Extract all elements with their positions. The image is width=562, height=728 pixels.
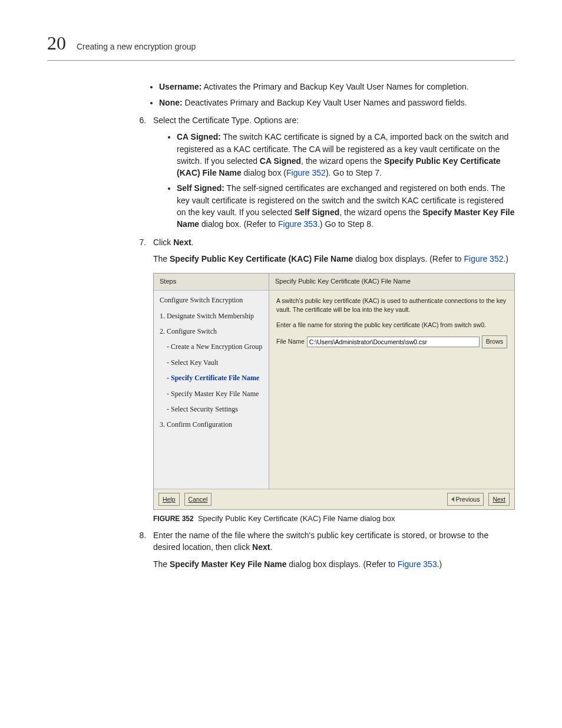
substep-item: - Create a New Encryption Group [160, 342, 263, 352]
step7-body: The Specify Public Key Certificate (KAC)… [153, 253, 515, 265]
bullet-label: None: [159, 98, 183, 107]
figure-link[interactable]: Figure 353 [278, 219, 318, 229]
figure-link[interactable]: Figure 352 [464, 254, 504, 263]
chapter-title: Creating a new encryption group [77, 41, 196, 52]
file-name-row: File Name Brows [276, 335, 507, 348]
figure-352: Steps Configure Switch Encryption 1. Des… [153, 273, 515, 525]
step-8: Enter the name of the file where the swi… [148, 529, 515, 570]
figure-link[interactable]: Figure 352 [286, 168, 326, 177]
browse-button[interactable]: Brows [482, 335, 507, 348]
step6-bullets: CA Signed: The switch KAC certificate is… [153, 131, 515, 230]
page-header: 20 Creating a new encryption group [47, 29, 515, 61]
wizard-dialog: Steps Configure Switch Encryption 1. Des… [153, 273, 515, 510]
next-button[interactable]: Next [488, 493, 510, 506]
page-content: Username: Activates the Primary and Back… [135, 81, 515, 570]
substep-item-current: - Specify Certificate File Name [160, 373, 263, 383]
steps-header: Steps [154, 274, 269, 291]
step-intro: Select the Certificate Type. Options are… [153, 116, 299, 125]
panel-header: Specify Public Key Certificate (KAC) Fil… [269, 274, 514, 291]
arrow-left-icon [451, 497, 454, 502]
previous-button[interactable]: Previous [447, 493, 484, 506]
dialog-footer: Help Cancel Previous Next [154, 489, 514, 509]
chapter-number: 20 [47, 29, 66, 57]
figure-label: FIGURE 352 [153, 515, 194, 523]
steps-list: Configure Switch Encryption 1. Designate… [154, 291, 269, 489]
bullet-label: Self Signed: [177, 183, 224, 193]
list-item: Self Signed: The self-signed certificate… [177, 182, 515, 230]
figure-caption: FIGURE 352 Specify Public Key Certificat… [153, 513, 515, 525]
substep-item: - Select Security Settings [160, 404, 263, 414]
step-6: Select the Certificate Type. Options are… [148, 114, 515, 230]
file-name-label: File Name [276, 337, 305, 346]
list-item: CA Signed: The switch KAC certificate is… [177, 131, 515, 179]
bullet-label: Username: [159, 82, 201, 91]
panel-desc: A switch's public key certificate (KAC) … [276, 297, 507, 314]
substep-item: - Select Key Vault [160, 358, 263, 368]
step8-body: The Specify Master Key File Name dialog … [153, 558, 515, 570]
substep-item: - Specify Master Key File Name [160, 389, 263, 399]
figure-link[interactable]: Figure 353 [398, 559, 437, 569]
panel-instruction: Enter a file name for storing the public… [276, 321, 507, 330]
list-item: None: Deactivates Primary and Backup Key… [159, 97, 515, 108]
step-7: Click Next. The Specify Public Key Certi… [148, 236, 515, 525]
step-item: 1. Designate Switch Membership [160, 311, 263, 321]
steps-title: Configure Switch Encryption [160, 295, 263, 305]
bullet-text: Activates the Primary and Backup Key Vau… [201, 82, 468, 91]
list-item: Username: Activates the Primary and Back… [159, 81, 515, 93]
bullet-text: Deactivates Primary and Backup Key Vault… [183, 98, 467, 107]
step-item: 3. Confirm Configuration [160, 420, 263, 430]
bullet-label: CA Signed: [177, 132, 221, 141]
figure-text: Specify Public Key Certificate (KAC) Fil… [198, 514, 395, 523]
intro-bullet-list: Username: Activates the Primary and Back… [135, 81, 515, 108]
help-button[interactable]: Help [158, 493, 180, 506]
numbered-steps: Select the Certificate Type. Options are… [135, 114, 515, 570]
wizard-content-panel: Specify Public Key Certificate (KAC) Fil… [269, 274, 514, 489]
cancel-button[interactable]: Cancel [184, 493, 212, 506]
wizard-steps-panel: Steps Configure Switch Encryption 1. Des… [154, 274, 269, 489]
step-item: 2. Configure Switch [160, 327, 263, 337]
file-name-input[interactable] [307, 337, 480, 347]
